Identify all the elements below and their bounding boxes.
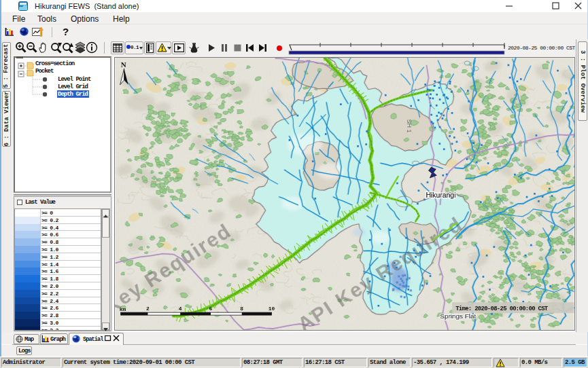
svg-text:N: N xyxy=(121,60,126,69)
svg-text:Springs Flat: Springs Flat xyxy=(440,312,476,320)
svg-text:Hikurangi: Hikurangi xyxy=(426,191,455,199)
svg-text:Time: 2020-08-25 00:00:00 CST: Time: 2020-08-25 00:00:00 CST xyxy=(455,306,549,312)
svg-text:10: 10 xyxy=(269,306,275,312)
svg-text:2: 2 xyxy=(146,306,150,312)
svg-text:6: 6 xyxy=(209,306,213,312)
svg-text:SH 1: SH 1 xyxy=(406,119,413,133)
svg-text:km: km xyxy=(120,306,126,312)
svg-text:4: 4 xyxy=(179,306,182,312)
svg-text:8: 8 xyxy=(240,306,243,312)
